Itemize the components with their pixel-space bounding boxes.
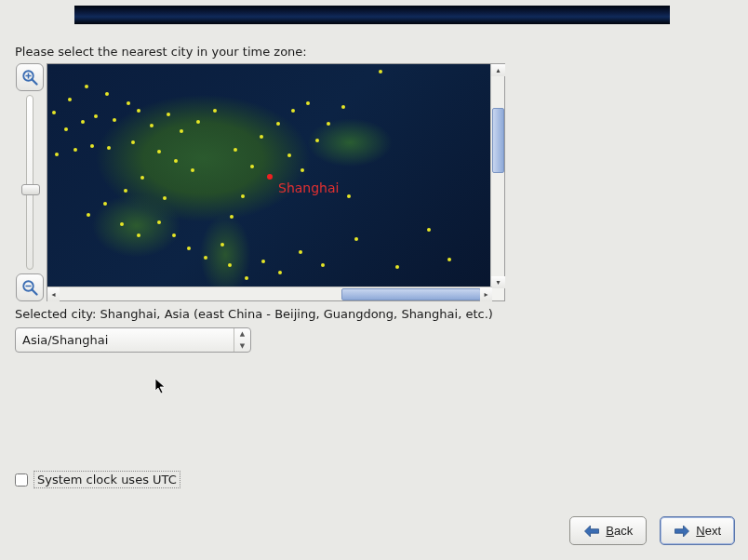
city-dot[interactable]: [230, 215, 234, 219]
city-dot[interactable]: [306, 101, 310, 105]
svg-line-5: [32, 289, 36, 294]
timezone-map[interactable]: Shanghai ▴ ▾ ◂ ▸: [47, 63, 505, 301]
city-dot[interactable]: [379, 70, 382, 73]
utc-checkbox-label[interactable]: System clock uses UTC: [33, 471, 180, 488]
timezone-select-spinner[interactable]: ▲ ▼: [234, 328, 250, 352]
city-dot[interactable]: [191, 168, 194, 172]
city-dot[interactable]: [90, 144, 94, 148]
city-dot[interactable]: [55, 153, 59, 156]
city-dot[interactable]: [241, 194, 245, 198]
city-dot[interactable]: [347, 194, 351, 198]
city-dot[interactable]: [291, 109, 295, 113]
zoom-controls: [15, 63, 45, 301]
chevron-up-icon: ▲: [234, 328, 250, 340]
svg-line-1: [32, 79, 36, 84]
city-dot[interactable]: [137, 109, 140, 113]
city-dot[interactable]: [301, 168, 304, 172]
zoom-slider-track[interactable]: [26, 95, 33, 270]
selected-city-marker: [267, 174, 273, 180]
city-dot[interactable]: [427, 228, 431, 232]
city-dot[interactable]: [180, 129, 183, 133]
city-dot[interactable]: [64, 127, 68, 131]
utc-checkbox-row: System clock uses UTC: [15, 471, 180, 488]
city-dot[interactable]: [87, 213, 90, 217]
city-dot[interactable]: [85, 85, 88, 88]
selected-city-label: Shanghai: [278, 180, 339, 195]
city-dot[interactable]: [157, 150, 161, 153]
city-dot[interactable]: [68, 98, 72, 101]
city-dot[interactable]: [220, 243, 224, 247]
utc-checkbox[interactable]: [15, 473, 28, 487]
city-dot[interactable]: [172, 233, 176, 237]
city-dot[interactable]: [315, 139, 319, 142]
city-dot[interactable]: [140, 176, 144, 180]
scroll-right-button[interactable]: ▸: [480, 287, 492, 301]
arrow-right-icon: [674, 524, 690, 539]
timezone-select-value[interactable]: Asia/Shanghai: [16, 328, 234, 352]
map-vertical-scrollbar[interactable]: ▴ ▾: [490, 64, 504, 288]
city-dot[interactable]: [234, 148, 237, 152]
zoom-out-icon: [21, 279, 38, 296]
zoom-out-button[interactable]: [16, 273, 44, 301]
city-dot[interactable]: [276, 122, 280, 126]
back-button-label: Back: [606, 524, 633, 538]
city-dot[interactable]: [250, 165, 254, 168]
next-button-label: Next: [696, 524, 721, 538]
scroll-up-button[interactable]: ▴: [491, 64, 505, 76]
city-dot[interactable]: [327, 122, 330, 126]
city-dot[interactable]: [187, 247, 191, 250]
zoom-slider-thumb[interactable]: [21, 184, 40, 195]
city-dot[interactable]: [167, 113, 170, 116]
city-dot[interactable]: [150, 124, 154, 127]
city-dot[interactable]: [287, 153, 291, 157]
map-canvas[interactable]: Shanghai: [47, 64, 492, 288]
city-dot[interactable]: [261, 260, 265, 263]
prompt-text: Please select the nearest city in your t…: [15, 45, 307, 59]
timezone-select[interactable]: Asia/Shanghai ▲ ▼: [15, 327, 251, 353]
scroll-down-button[interactable]: ▾: [491, 276, 505, 288]
back-button[interactable]: Back: [569, 516, 647, 545]
vscroll-thumb[interactable]: [492, 108, 504, 173]
city-dot[interactable]: [107, 146, 111, 150]
city-dot[interactable]: [94, 114, 98, 118]
city-dot[interactable]: [341, 105, 345, 109]
vscroll-track[interactable]: [491, 76, 504, 276]
header-banner: [74, 6, 670, 24]
city-dot[interactable]: [245, 276, 248, 280]
city-dot[interactable]: [73, 148, 77, 152]
city-dot[interactable]: [157, 220, 161, 224]
city-dot[interactable]: [137, 233, 140, 237]
city-dot[interactable]: [196, 120, 200, 124]
zoom-in-button[interactable]: [16, 63, 44, 91]
city-dot[interactable]: [103, 202, 107, 206]
city-dot[interactable]: [174, 159, 178, 163]
city-dot[interactable]: [113, 118, 116, 122]
city-dot[interactable]: [81, 120, 85, 124]
hscroll-thumb[interactable]: [341, 288, 481, 300]
city-dot[interactable]: [204, 256, 207, 260]
city-dot[interactable]: [278, 271, 282, 274]
city-dot[interactable]: [163, 196, 167, 200]
city-dot[interactable]: [120, 222, 124, 226]
selected-city-text: Selected city: Shanghai, Asia (east Chin…: [15, 307, 493, 321]
map-horizontal-scrollbar[interactable]: ◂ ▸: [47, 287, 492, 300]
city-dot[interactable]: [124, 189, 127, 193]
scroll-left-button[interactable]: ◂: [47, 287, 60, 301]
nav-buttons: Back Next: [569, 516, 735, 545]
city-dot[interactable]: [127, 101, 130, 105]
mouse-cursor: [154, 378, 167, 398]
city-dot[interactable]: [131, 140, 135, 144]
city-dot[interactable]: [213, 109, 217, 113]
city-dot[interactable]: [52, 111, 56, 114]
city-dot[interactable]: [321, 263, 325, 267]
city-dot[interactable]: [447, 258, 451, 261]
chevron-down-icon: ▼: [234, 340, 250, 353]
city-dot[interactable]: [228, 263, 232, 267]
city-dot[interactable]: [395, 265, 399, 269]
city-dot[interactable]: [299, 250, 302, 254]
city-dot[interactable]: [260, 135, 263, 139]
next-button[interactable]: Next: [660, 516, 735, 545]
city-dot[interactable]: [354, 237, 358, 241]
zoom-in-icon: [21, 69, 38, 86]
city-dot[interactable]: [105, 92, 109, 96]
